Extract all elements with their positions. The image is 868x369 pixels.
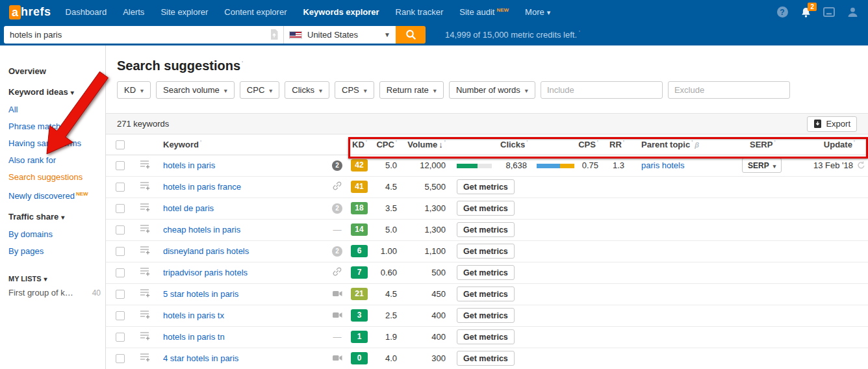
get-metrics-button[interactable]: Get metrics <box>457 222 515 237</box>
filter-button-clicks[interactable]: Clicks <box>285 81 329 99</box>
keyword-search-input[interactable] <box>4 26 283 44</box>
sidebar-item-by-pages[interactable]: By pages <box>8 245 105 258</box>
nav-item-site-audit[interactable]: Site auditNEW <box>459 7 509 17</box>
get-metrics-button[interactable]: Get metrics <box>457 351 515 366</box>
keyword-link[interactable]: hotel de paris <box>163 203 214 213</box>
row-checkbox[interactable] <box>116 225 125 235</box>
add-to-list-icon[interactable] <box>140 183 150 192</box>
get-metrics-button[interactable]: Get metrics <box>457 201 515 216</box>
get-metrics-button[interactable]: Get metrics <box>457 179 515 194</box>
notifications-bell-icon[interactable]: 2 <box>799 6 812 19</box>
ahrefs-logo[interactable]: a hrefs <box>9 5 51 19</box>
nav-item-alerts[interactable]: Alerts <box>123 7 144 17</box>
col-header-serp[interactable]: SERP <box>739 134 791 155</box>
filter-button-cpc[interactable]: CPC <box>240 81 279 99</box>
exclude-input[interactable] <box>668 81 790 99</box>
cpc-value: 5.0 <box>385 160 397 170</box>
help-icon[interactable]: ? <box>776 6 789 19</box>
sidebar-item-keyword-ideas[interactable]: Keyword ideas <box>8 86 105 99</box>
col-header-kd[interactable]: KD <box>347 134 372 155</box>
row-checkbox[interactable] <box>116 354 125 363</box>
filter-button-return-rate[interactable]: Return rate <box>379 81 444 99</box>
include-input[interactable] <box>541 81 663 99</box>
sidebar-item-by-domains[interactable]: By domains <box>8 228 105 241</box>
serp-dropdown-button[interactable]: SERP <box>742 158 782 173</box>
keyword-link[interactable]: tripadvisor paris hotels <box>163 268 248 277</box>
table-row: cheap hotels in paris—145.01,300Get metr… <box>106 219 868 240</box>
nav-item-keywords-explorer[interactable]: Keywords explorer <box>303 7 379 17</box>
add-to-list-icon[interactable] <box>140 311 150 321</box>
get-metrics-button[interactable]: Get metrics <box>457 265 515 280</box>
refresh-icon[interactable] <box>857 161 865 170</box>
get-metrics-button[interactable]: Get metrics <box>457 329 515 344</box>
keyword-link[interactable]: 5 star hotels in paris <box>163 289 238 299</box>
add-to-list-icon[interactable] <box>140 247 150 257</box>
keyword-link[interactable]: cheap hotels in paris <box>163 225 240 235</box>
volume-value: 500 <box>431 268 446 277</box>
nav-item-dashboard[interactable]: Dashboard <box>66 7 107 17</box>
cpc-value: 4.5 <box>385 182 397 192</box>
col-header-update[interactable]: Update <box>791 134 868 155</box>
keyword-link[interactable]: hotels in paris france <box>163 182 241 192</box>
keyword-link[interactable]: hotels in paris <box>163 160 215 170</box>
add-to-list-icon[interactable] <box>140 354 150 364</box>
row-checkbox[interactable] <box>116 333 125 342</box>
row-checkbox[interactable] <box>116 247 125 256</box>
table-row: 5 star hotels in paris214.5450Get metric… <box>106 283 868 305</box>
country-select[interactable]: United States ▼ <box>283 26 396 44</box>
row-checkbox[interactable] <box>116 204 125 213</box>
row-checkbox[interactable] <box>116 290 125 299</box>
my-list-item[interactable]: First group of k… 40 <box>8 288 101 298</box>
filter-button-kd[interactable]: KD <box>117 81 151 99</box>
get-metrics-button[interactable]: Get metrics <box>457 308 515 323</box>
sidebar-item-also-rank-for[interactable]: Also rank for <box>8 154 105 167</box>
select-all-checkbox[interactable] <box>116 140 125 149</box>
add-to-list-icon[interactable] <box>140 268 150 278</box>
add-to-list-icon[interactable] <box>140 225 150 235</box>
keyword-link[interactable]: 4 star hotels in paris <box>163 353 238 363</box>
col-header-volume[interactable]: Volume↓ <box>400 134 448 155</box>
nav-item-site-explorer[interactable]: Site explorer <box>160 7 208 17</box>
keyword-link[interactable]: hotels in paris tn <box>163 332 225 342</box>
row-checkbox[interactable] <box>116 183 125 192</box>
col-header-cps[interactable]: CPS <box>578 134 601 155</box>
keyword-link[interactable]: hotels in paris tx <box>163 311 224 320</box>
sidebar-item-traffic-share[interactable]: Traffic share <box>8 210 105 224</box>
nav-item-content-explorer[interactable]: Content explorer <box>224 7 287 17</box>
sidebar-item-search-suggestions[interactable]: Search suggestions <box>8 171 105 184</box>
parent-topic-link[interactable]: paris hotels <box>641 160 684 170</box>
nav-item-more[interactable]: More <box>525 7 550 17</box>
sidebar-item-all[interactable]: All <box>8 103 105 116</box>
filter-button-cps[interactable]: CPS <box>335 81 374 99</box>
search-button[interactable] <box>396 26 426 44</box>
my-lists-header[interactable]: MY LISTS <box>8 275 105 283</box>
user-account-icon[interactable] <box>846 6 859 19</box>
sidebar-item-overview[interactable]: Overview <box>8 65 105 78</box>
add-to-list-icon[interactable] <box>140 290 150 299</box>
row-checkbox[interactable] <box>116 161 125 170</box>
sidebar-item-phrase-match[interactable]: Phrase match <box>8 120 105 133</box>
col-header-keyword[interactable]: Keyword <box>155 134 327 155</box>
col-header-clicks[interactable]: Clicks <box>500 134 530 155</box>
get-metrics-button[interactable]: Get metrics <box>457 244 515 259</box>
filter-button-search-volume[interactable]: Search volume <box>156 81 235 99</box>
filter-button-number-of-words[interactable]: Number of words <box>449 81 535 99</box>
sidebar-item-newly-discovered[interactable]: Newly discoveredNEW <box>8 188 105 203</box>
keyword-link[interactable]: disneyland paris hotels <box>163 246 249 256</box>
sidebar-item-having-same-terms[interactable]: Having same terms <box>8 137 105 150</box>
add-to-list-icon[interactable] <box>140 333 150 342</box>
col-header-parent-topic[interactable]: Parent topicβ <box>627 134 739 155</box>
nav-item-rank-tracker[interactable]: Rank tracker <box>396 7 444 17</box>
intercom-chat-icon[interactable] <box>823 6 836 19</box>
export-button[interactable]: Export <box>807 116 857 132</box>
row-checkbox[interactable] <box>116 311 125 320</box>
col-header-rr[interactable]: RR <box>601 134 627 155</box>
sidebar-item-label: Keyword ideas <box>8 87 68 97</box>
paste-list-icon[interactable] <box>270 29 279 42</box>
update-empty <box>791 348 868 369</box>
add-to-list-icon[interactable] <box>140 204 150 214</box>
col-header-cpc[interactable]: CPC <box>372 134 400 155</box>
add-to-list-icon[interactable] <box>140 161 150 171</box>
row-checkbox[interactable] <box>116 268 125 277</box>
get-metrics-button[interactable]: Get metrics <box>457 286 515 301</box>
